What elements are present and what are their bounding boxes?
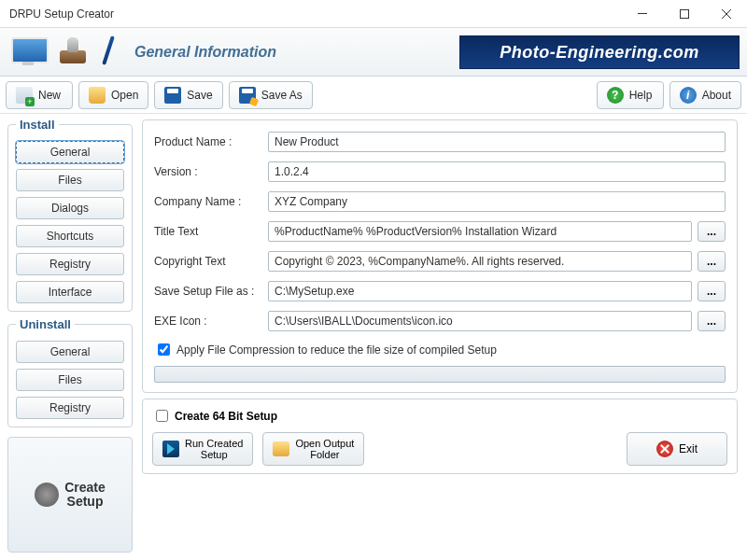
new-icon xyxy=(16,87,33,104)
gear-icon xyxy=(35,483,59,507)
toolbar: New Open Save Save As ?Help iAbout xyxy=(0,77,747,114)
play-icon xyxy=(162,441,179,457)
product-label: Product Name : xyxy=(154,135,262,148)
open-output-button[interactable]: Open OutputFolder xyxy=(262,432,364,466)
title-browse-button[interactable]: ... xyxy=(698,221,726,242)
icon-input[interactable] xyxy=(268,311,692,331)
form-panel: Product Name : Version : Company Name : … xyxy=(142,119,738,393)
version-label: Version : xyxy=(154,165,262,178)
svg-rect-0 xyxy=(638,13,647,14)
copyright-input[interactable] xyxy=(268,251,692,272)
title-label: Title Text xyxy=(154,225,262,238)
window-title: DRPU Setup Creator xyxy=(9,7,621,21)
saveas-button[interactable]: Save As xyxy=(229,81,313,109)
savepath-input[interactable] xyxy=(268,281,692,301)
savepath-label: Save Setup File as : xyxy=(154,285,262,298)
close-button[interactable] xyxy=(705,0,747,28)
copyright-label: Copyright Text xyxy=(154,255,262,268)
version-input[interactable] xyxy=(268,161,726,182)
copyright-browse-button[interactable]: ... xyxy=(698,251,726,272)
64bit-label: Create 64 Bit Setup xyxy=(175,410,277,423)
sidebar-item-un-general[interactable]: General xyxy=(16,341,124,363)
progress-bar xyxy=(154,366,726,383)
sidebar-item-files[interactable]: Files xyxy=(16,169,124,191)
create-setup-label: CreateSetup xyxy=(64,481,106,510)
help-button[interactable]: ?Help xyxy=(597,81,664,109)
exit-button[interactable]: Exit xyxy=(627,432,727,466)
monitor-icon xyxy=(6,34,52,71)
save-button[interactable]: Save xyxy=(154,81,222,109)
main-area: Product Name : Version : Company Name : … xyxy=(140,114,747,560)
savepath-browse-button[interactable]: ... xyxy=(698,281,726,301)
compress-label: Apply File Compression to reduce the fil… xyxy=(176,343,497,357)
company-input[interactable] xyxy=(268,191,726,212)
header-banner: General Information Photo-Engineering.co… xyxy=(0,28,747,77)
svg-rect-1 xyxy=(680,9,688,18)
about-button[interactable]: iAbout xyxy=(669,81,741,109)
sidebar: Install General Files Dialogs Shortcuts … xyxy=(0,114,140,560)
sidebar-item-dialogs[interactable]: Dialogs xyxy=(16,197,124,219)
sidebar-item-shortcuts[interactable]: Shortcuts xyxy=(16,225,124,247)
help-icon: ? xyxy=(607,87,624,104)
uninstall-group: Uninstall General Files Registry xyxy=(7,317,133,427)
icon-browse-button[interactable]: ... xyxy=(698,311,726,331)
install-legend: Install xyxy=(16,118,59,132)
stamp-icon xyxy=(54,34,95,71)
brand-banner: Photo-Engineering.com xyxy=(459,35,740,69)
footer-panel: Create 64 Bit Setup Run CreatedSetup Ope… xyxy=(142,399,738,474)
sidebar-item-un-files[interactable]: Files xyxy=(16,369,124,391)
install-group: Install General Files Dialogs Shortcuts … xyxy=(7,118,133,312)
saveas-icon xyxy=(239,87,256,104)
title-bar: DRPU Setup Creator xyxy=(0,0,747,28)
create-setup-button[interactable]: CreateSetup xyxy=(7,437,133,553)
new-button[interactable]: New xyxy=(6,81,73,109)
sidebar-item-general[interactable]: General xyxy=(16,141,124,163)
close-icon xyxy=(656,441,673,457)
uninstall-legend: Uninstall xyxy=(16,317,75,331)
sidebar-item-registry[interactable]: Registry xyxy=(16,253,124,275)
open-icon xyxy=(89,87,106,104)
maximize-button[interactable] xyxy=(663,0,705,28)
header-icons xyxy=(6,34,125,71)
icon-label: EXE Icon : xyxy=(154,315,262,328)
title-input[interactable] xyxy=(268,221,692,242)
about-icon: i xyxy=(680,87,697,104)
folder-icon xyxy=(273,441,289,456)
compress-checkbox[interactable] xyxy=(158,343,170,356)
sidebar-item-interface[interactable]: Interface xyxy=(16,281,124,303)
64bit-checkbox[interactable] xyxy=(156,410,168,422)
product-input[interactable] xyxy=(268,132,726,152)
page-title: General Information xyxy=(134,44,276,61)
open-button[interactable]: Open xyxy=(78,81,148,109)
save-icon xyxy=(164,87,181,104)
company-label: Company Name : xyxy=(154,195,262,208)
sidebar-item-un-registry[interactable]: Registry xyxy=(16,397,124,419)
minimize-button[interactable] xyxy=(621,0,663,28)
run-created-button[interactable]: Run CreatedSetup xyxy=(152,432,253,466)
pen-icon xyxy=(97,34,125,71)
